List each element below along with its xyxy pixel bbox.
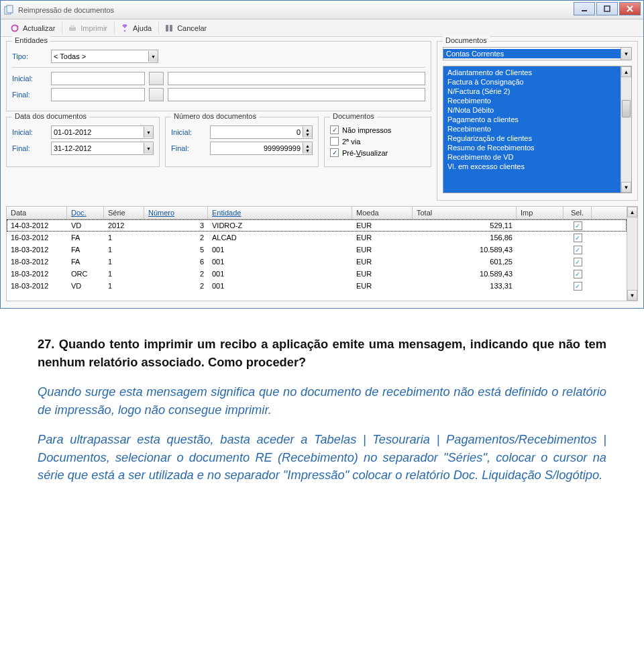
toolbar: Actualizar Imprimir Ajuda Cancelar (1, 19, 643, 37)
tipo-value: < Todas > (54, 52, 86, 60)
final-lookup-button[interactable] (149, 88, 164, 101)
pre-visualizar-check[interactable]: ✓ Pré-Visualizar (330, 148, 425, 157)
segunda-via-check[interactable]: 2ª via (330, 137, 425, 146)
data-inicial-input[interactable]: 01-01-2012 ▼ (51, 125, 154, 139)
col-data[interactable]: Data (7, 207, 67, 219)
scroll-up-icon[interactable]: ▲ (627, 207, 637, 217)
scrollbar[interactable]: ▲ ▼ (621, 66, 631, 193)
final-desc-input[interactable] (168, 88, 425, 101)
final-code-input[interactable] (51, 88, 145, 101)
table-row[interactable]: 14-03-2012VD20123VIDRO-ZEUR529,11✓ (7, 219, 627, 232)
refresh-label: Actualizar (23, 24, 55, 32)
question-text: 27. Quando tento imprimir um recibo a ap… (38, 336, 606, 371)
table-row[interactable]: 18-03-2012FA16001EUR601,25✓ (7, 256, 627, 268)
col-total[interactable]: Total (413, 207, 517, 219)
spinner-arrows-icon: ▲▼ (303, 143, 312, 154)
scroll-thumb[interactable] (622, 100, 631, 117)
minimize-button[interactable] (574, 2, 595, 15)
documentos-combo[interactable]: Contas Correntes ▼ (443, 47, 632, 60)
svg-rect-9 (70, 25, 74, 28)
svg-marker-7 (17, 25, 19, 27)
checkbox-icon: ✓ (574, 221, 582, 230)
chevron-down-icon: ▼ (148, 51, 158, 62)
article-text: 27. Quando tento imprimir um recibo a ap… (0, 309, 644, 517)
table-header: Data Doc. Série Número Entidade Moeda To… (7, 207, 627, 219)
close-button[interactable] (619, 2, 641, 15)
col-doc[interactable]: Doc. (67, 207, 104, 219)
col-numero[interactable]: Número (144, 207, 208, 219)
final-label: Final: (12, 91, 47, 99)
maximize-button[interactable] (596, 2, 618, 15)
checkbox-icon: ✓ (574, 258, 582, 266)
cancel-button[interactable]: Cancelar (158, 22, 212, 34)
list-item[interactable]: Recebimento (443, 96, 621, 105)
docs-opts-legend: Documentos (330, 112, 377, 120)
list-item[interactable]: Resumo de Recebimentos (443, 143, 621, 152)
checkbox-icon: ✓ (574, 246, 582, 254)
cancel-label: Cancelar (177, 24, 207, 32)
nao-impressos-check[interactable]: ✓ Não impressos (330, 125, 425, 134)
scroll-down-icon[interactable]: ▼ (627, 290, 637, 301)
table-scrollbar[interactable]: ▲ ▼ (627, 207, 637, 301)
inicial-lookup-button[interactable] (149, 72, 164, 85)
num-inicial-value: 0 (213, 128, 303, 136)
data-final-value: 31-12-2012 (54, 144, 91, 152)
scroll-up-icon[interactable]: ▲ (621, 66, 631, 77)
data-final-input[interactable]: 31-12-2012 ▼ (51, 142, 154, 155)
table-row[interactable]: 18-03-2012FA15001EUR10.589,43✓ (7, 244, 627, 256)
inicial-code-input[interactable] (51, 72, 145, 85)
spinner-arrows-icon: ▲▼ (303, 127, 312, 138)
num-final-spinner[interactable]: 999999999 ▲▼ (210, 142, 313, 155)
col-moeda[interactable]: Moeda (352, 207, 413, 219)
svg-rect-3 (604, 6, 610, 11)
list-item[interactable]: Adiantamento de Clientes (443, 68, 621, 77)
checkbox-icon: ✓ (330, 148, 339, 157)
num-inicial-spinner[interactable]: 0 ▲▼ (210, 125, 313, 139)
checkbox-icon: ✓ (574, 282, 582, 291)
chevron-down-icon: ▼ (144, 143, 153, 154)
tipo-combo[interactable]: < Todas > ▼ (51, 50, 158, 63)
help-button[interactable]: Ajuda (114, 22, 157, 34)
scroll-down-icon[interactable]: ▼ (621, 182, 631, 193)
inicial-label: Inicial: (12, 74, 47, 83)
list-item[interactable]: Vl. em excesso clientes (443, 162, 621, 171)
list-item[interactable]: N/Factura (Série 2) (443, 87, 621, 96)
data-final-label: Final: (12, 144, 47, 152)
refresh-button[interactable]: Actualizar (5, 22, 60, 34)
help-label: Ajuda (133, 24, 152, 32)
svg-rect-12 (170, 25, 172, 32)
num-docs-legend: Número dos documentos (171, 112, 259, 120)
cancel-icon (164, 23, 174, 33)
list-item[interactable]: Regularização de clientes (443, 134, 621, 143)
list-item[interactable]: Recebimento de VD (443, 152, 621, 162)
tipo-label: Tipo: (12, 52, 47, 60)
table-row[interactable]: 18-03-2012ORC12001EUR10.589,43✓ (7, 268, 627, 280)
window-title: Reimpressão de documentos (18, 6, 114, 14)
documentos-fieldset: Documentos Contas Correntes ▼ Adiantamen… (437, 41, 638, 201)
print-label: Imprimir (80, 24, 107, 32)
svg-point-10 (124, 30, 126, 32)
table-row[interactable]: 18-03-2012VD12001EUR133,31✓ (7, 280, 627, 292)
data-inicial-value: 01-01-2012 (54, 128, 91, 136)
docs-opts-fieldset: Documentos ✓ Não impressos 2ª via ✓ Pré-… (324, 117, 431, 167)
data-inicial-label: Inicial: (12, 128, 47, 136)
inicial-desc-input[interactable] (168, 72, 425, 85)
table-row[interactable]: 16-03-2012FA12ALCADEUR156,86✓ (7, 232, 627, 244)
printer-icon (68, 23, 77, 33)
documentos-listbox[interactable]: Adiantamento de ClientesFactura à Consig… (443, 66, 632, 193)
col-imp[interactable]: Imp (517, 207, 564, 219)
chevron-down-icon: ▼ (144, 127, 153, 138)
app-icon (3, 5, 14, 15)
print-button: Imprimir (62, 22, 113, 34)
svg-rect-1 (7, 5, 13, 13)
results-table: Data Doc. Série Número Entidade Moeda To… (6, 206, 638, 301)
list-item[interactable]: Recebimento (443, 124, 621, 134)
titlebar: Reimpressão de documentos (1, 1, 643, 19)
list-item[interactable]: N/Nota Débito (443, 105, 621, 115)
col-entidade[interactable]: Entidade (208, 207, 352, 219)
col-serie[interactable]: Série (104, 207, 144, 219)
list-item[interactable]: Factura à Consignação (443, 77, 621, 87)
help-icon (120, 23, 129, 33)
list-item[interactable]: Pagamento a clientes (443, 115, 621, 124)
col-sel[interactable]: Sel. (564, 207, 592, 219)
